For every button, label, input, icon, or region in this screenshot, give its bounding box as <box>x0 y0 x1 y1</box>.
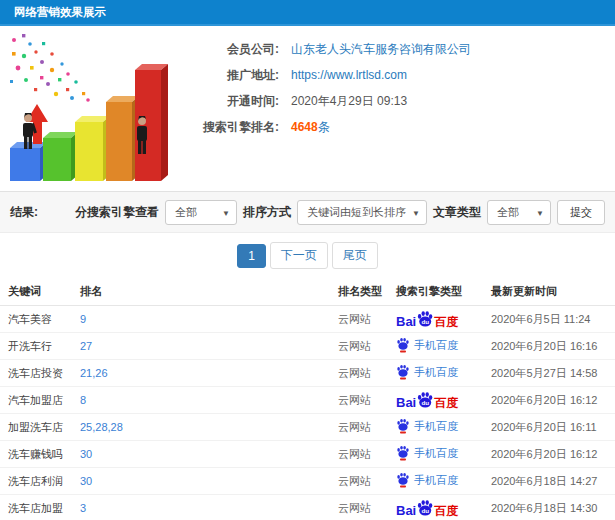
mobile-baidu-label: 手机百度 <box>414 446 458 461</box>
rank-type-cell: 云网站 <box>338 333 396 360</box>
keyword-cell: 洗车赚钱吗 <box>0 441 80 468</box>
updated-cell: 2020年5月27日 14:58 <box>491 360 615 387</box>
mobile-baidu-label: 手机百度 <box>414 419 458 434</box>
search-engine-cell: Bai du 百度 <box>396 333 491 360</box>
mobile-baidu-logo: 手机百度 <box>396 472 458 488</box>
info-row-company: 会员公司: 山东老人头汽车服务咨询有限公司 <box>183 36 605 62</box>
promo-url-label: 推广地址: <box>183 67 279 84</box>
table-row: 汽车美容 9 云网站 Bai du 百度 <box>0 306 615 333</box>
keyword-cell: 开洗车行 <box>0 333 80 360</box>
svg-text:du: du <box>422 399 430 406</box>
mobile-baidu-paw-icon <box>396 445 410 461</box>
sort-label: 排序方式 <box>243 204 291 221</box>
mobile-baidu-logo: 手机百度 <box>396 445 458 461</box>
updated-cell: 2020年6月18日 14:27 <box>491 468 615 495</box>
table-row: 洗车赚钱吗 30 云网站 Bai du 百度 <box>0 441 615 468</box>
sort-select[interactable]: 关键词由短到长排序 ▼ <box>297 200 427 225</box>
sort-selected: 关键词由短到长排序 <box>307 205 406 220</box>
chevron-down-icon: ▼ <box>222 209 230 218</box>
next-page-button[interactable]: 下一页 <box>270 242 328 269</box>
bar-chart-illustration <box>0 26 183 191</box>
member-info-list: 会员公司: 山东老人头汽车服务咨询有限公司 推广地址: https://www.… <box>183 26 615 191</box>
table-header-row: 关键词 排名 排名类型 搜索引擎类型 最新更新时间 <box>0 278 615 306</box>
keyword-ranking-table: 关键词 排名 排名类型 搜索引擎类型 最新更新时间 汽车美容 9 云网站 Bai… <box>0 278 615 520</box>
table-row: 加盟洗车店 25,28,28 云网站 Bai du 百度 <box>0 414 615 441</box>
table-row: 洗车店加盟 3 云网站 Bai du 百度 <box>0 495 615 520</box>
search-engine-cell: Bai du 百度 <box>396 387 491 414</box>
baidu-logo: Bai du 百度 <box>396 499 458 517</box>
mobile-baidu-logo: 手机百度 <box>396 418 458 434</box>
info-row-url: 推广地址: https://www.lrtlsd.com <box>183 62 605 88</box>
submit-button[interactable]: 提交 <box>557 200 605 225</box>
rank-link[interactable]: 25,28,28 <box>80 421 123 433</box>
last-page-button[interactable]: 尾页 <box>332 242 378 269</box>
keyword-cell: 汽车加盟店 <box>0 387 80 414</box>
keyword-cell: 洗车店加盟 <box>0 495 80 520</box>
pagination: 1 下一页 尾页 <box>0 233 615 278</box>
table-row: 洗车店投资 21,26 云网站 Bai du 百度 <box>0 360 615 387</box>
search-engine-cell: Bai du 百度 <box>396 495 491 520</box>
rank-type-cell: 云网站 <box>338 414 396 441</box>
updated-cell: 2020年6月20日 16:12 <box>491 387 615 414</box>
search-engine-cell: Bai du 百度 <box>396 441 491 468</box>
keyword-cell: 加盟洗车店 <box>0 414 80 441</box>
header-updated: 最新更新时间 <box>491 278 615 306</box>
results-filter-bar: 结果: 分搜索引擎查看 全部 ▼ 排序方式 关键词由短到长排序 ▼ 文章类型 全… <box>0 191 615 233</box>
search-engine-cell: Bai du 百度 <box>396 306 491 333</box>
engine-view-selected: 全部 <box>175 205 197 220</box>
top-section: 会员公司: 山东老人头汽车服务咨询有限公司 推广地址: https://www.… <box>0 26 615 191</box>
header-rank-type: 排名类型 <box>338 278 396 306</box>
page-button-current[interactable]: 1 <box>237 244 266 268</box>
open-time-label: 开通时间: <box>183 93 279 110</box>
mobile-baidu-paw-icon <box>396 418 410 434</box>
rank-type-cell: 云网站 <box>338 441 396 468</box>
updated-cell: 2020年6月20日 16:12 <box>491 441 615 468</box>
article-type-selected: 全部 <box>497 205 519 220</box>
mobile-baidu-logo: 手机百度 <box>396 337 458 353</box>
open-time-value: 2020年4月29日 09:13 <box>291 93 407 110</box>
rank-link[interactable]: 27 <box>80 340 92 352</box>
svg-text:du: du <box>422 318 430 325</box>
rank-link[interactable]: 9 <box>80 313 86 325</box>
svg-text:du: du <box>422 507 430 514</box>
rank-link[interactable]: 30 <box>80 448 92 460</box>
table-row: 开洗车行 27 云网站 Bai du 百度 <box>0 333 615 360</box>
promo-url-link[interactable]: https://www.lrtlsd.com <box>291 68 407 82</box>
header-keyword: 关键词 <box>0 278 80 306</box>
engine-view-select[interactable]: 全部 ▼ <box>165 200 237 225</box>
header-engine-type: 搜索引擎类型 <box>396 278 491 306</box>
chevron-down-icon: ▼ <box>412 209 420 218</box>
mobile-baidu-label: 手机百度 <box>414 473 458 488</box>
article-type-select[interactable]: 全部 ▼ <box>487 200 551 225</box>
baidu-logo: Bai du 百度 <box>396 391 458 409</box>
company-link[interactable]: 山东老人头汽车服务咨询有限公司 <box>291 42 471 56</box>
rank-link[interactable]: 21,26 <box>80 367 108 379</box>
baidu-paw-icon: du <box>416 499 434 517</box>
search-engine-cell: Bai du 百度 <box>396 360 491 387</box>
mobile-baidu-paw-icon <box>396 337 410 353</box>
mobile-baidu-label: 手机百度 <box>414 338 458 353</box>
table-row: 汽车加盟店 8 云网站 Bai du 百度 <box>0 387 615 414</box>
engine-rank-unit: 条 <box>318 120 330 134</box>
rank-link[interactable]: 8 <box>80 394 86 406</box>
confetti-dots <box>10 34 90 102</box>
keyword-cell: 汽车美容 <box>0 306 80 333</box>
updated-cell: 2020年6月18日 14:30 <box>491 495 615 520</box>
rank-type-cell: 云网站 <box>338 306 396 333</box>
rank-type-cell: 云网站 <box>338 495 396 520</box>
updated-cell: 2020年6月5日 11:24 <box>491 306 615 333</box>
baidu-paw-icon: du <box>416 391 434 409</box>
search-engine-cell: Bai du 百度 <box>396 414 491 441</box>
updated-cell: 2020年6月20日 16:11 <box>491 414 615 441</box>
engine-view-label: 分搜索引擎查看 <box>75 204 159 221</box>
keyword-cell: 洗车店投资 <box>0 360 80 387</box>
engine-rank-count: 4648 <box>291 120 318 134</box>
rank-link[interactable]: 30 <box>80 475 92 487</box>
rank-type-cell: 云网站 <box>338 387 396 414</box>
rank-type-cell: 云网站 <box>338 468 396 495</box>
rank-link[interactable]: 3 <box>80 502 86 514</box>
keyword-cell: 洗车店利润 <box>0 468 80 495</box>
company-label: 会员公司: <box>183 41 279 58</box>
chevron-down-icon: ▼ <box>536 209 544 218</box>
header-rank: 排名 <box>80 278 338 306</box>
